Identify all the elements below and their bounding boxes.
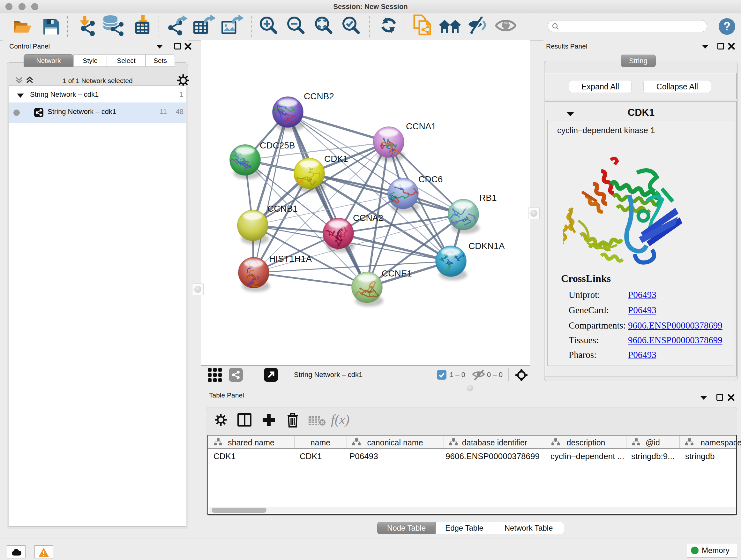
svg-text:CDK1: CDK1 [324, 154, 348, 164]
svg-text:CCNA1: CCNA1 [406, 121, 436, 131]
svg-text:RB1: RB1 [479, 193, 496, 203]
svg-text:CCNB2: CCNB2 [304, 91, 334, 101]
svg-text:CCNE1: CCNE1 [382, 268, 412, 278]
svg-text:CDC25B: CDC25B [260, 140, 295, 150]
svg-text:HIST1H1A: HIST1H1A [269, 254, 312, 264]
svg-text:CCNB1: CCNB1 [267, 204, 298, 213]
svg-text:CDKN1A: CDKN1A [468, 241, 505, 251]
svg-text:CCNA2: CCNA2 [353, 213, 383, 223]
svg-text:CDC6: CDC6 [418, 174, 443, 184]
